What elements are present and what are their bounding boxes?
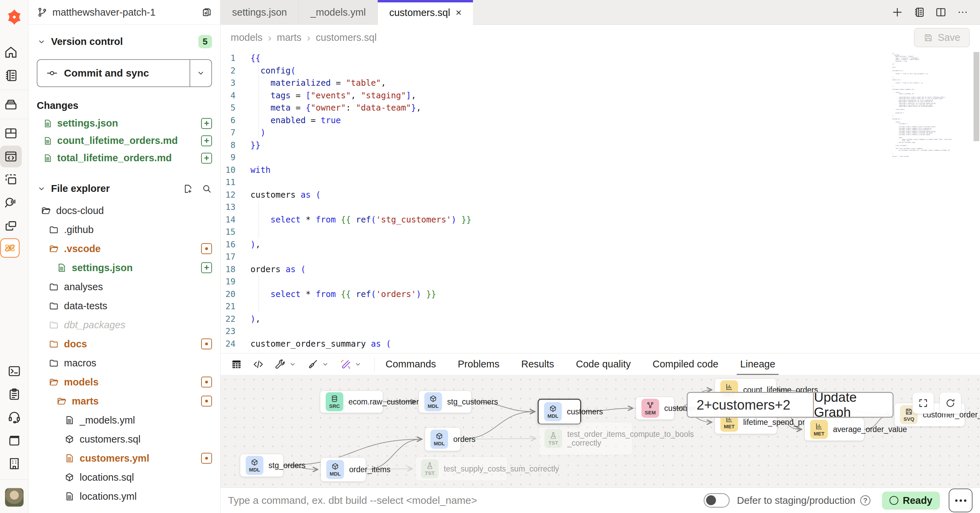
lineage-node-orders[interactable]: MDLorders <box>425 427 461 451</box>
tab-_models.yml[interactable]: _models.yml <box>299 0 378 25</box>
branch-name[interactable]: matthewshaver-patch-1 <box>52 7 196 18</box>
editor-minimap[interactable]: {{ config( materialized = "table", tags … <box>892 53 970 157</box>
compile-code-icon[interactable] <box>253 359 264 370</box>
docs-book-icon-button[interactable] <box>3 430 25 451</box>
update-graph-button[interactable]: Update Graph <box>813 393 892 417</box>
layout-grid-icon <box>4 126 18 140</box>
terminal-icon-button[interactable] <box>3 360 25 382</box>
save-button[interactable]: Save <box>914 28 970 47</box>
lineage-node-customers_mdl[interactable]: MDLcustomers <box>538 399 581 424</box>
tree-item-data-tests[interactable]: data-tests <box>29 296 220 315</box>
stage-file-icon[interactable]: + <box>201 135 212 146</box>
lineage-node-test_supply[interactable]: TSTtest_supply_costs_sum_correctly <box>415 457 508 481</box>
tree-item-locations-sql[interactable]: locations.sql <box>29 468 220 487</box>
copy-branch-icon[interactable] <box>201 7 212 18</box>
tree-item-customers-sql[interactable]: customers.sql <box>29 430 220 449</box>
tree-item-macros[interactable]: macros <box>29 353 220 373</box>
lineage-refresh-button[interactable] <box>940 392 961 414</box>
tree-item-analyses[interactable]: analyses <box>29 277 220 296</box>
commit-and-sync-button[interactable]: Commit and sync <box>37 59 212 87</box>
home-icon-button[interactable] <box>0 41 22 63</box>
dbt-fix-wand-icon[interactable] <box>340 359 362 370</box>
lineage-node-stg_orders[interactable]: MDLstg_orders <box>240 454 283 477</box>
tab-options-icon[interactable] <box>957 6 969 18</box>
panel-tab-results[interactable]: Results <box>520 354 556 374</box>
tree-item--vscode[interactable]: .vscode <box>29 239 220 258</box>
insights-icon-button[interactable] <box>0 192 22 214</box>
panel-tab-code-quality[interactable]: Code quality <box>574 354 632 374</box>
stage-file-icon[interactable]: + <box>201 118 212 129</box>
changed-file-row[interactable]: count_lifetime_orders.md+ <box>29 132 220 149</box>
help-icon[interactable]: ? <box>860 495 870 505</box>
panel-tab-compiled-code[interactable]: Compiled code <box>651 354 720 374</box>
tree-item-models[interactable]: models <box>29 373 220 392</box>
code-editor-icon-button[interactable] <box>0 146 22 167</box>
lineage-node-order_items[interactable]: MDLorder_items <box>321 457 366 482</box>
new-file-icon[interactable] <box>183 184 193 194</box>
new-tab-icon[interactable] <box>891 6 903 18</box>
format-broom-icon[interactable] <box>307 359 329 370</box>
results-table-icon[interactable] <box>231 359 242 370</box>
breadcrumb-item[interactable]: marts <box>277 32 302 43</box>
organization-icon-button[interactable] <box>3 453 25 475</box>
windows-icon-button[interactable] <box>0 215 22 237</box>
tree-item-dbt-packages[interactable]: dbt_packages <box>29 315 220 334</box>
dbt-copilot-icon[interactable] <box>0 238 20 258</box>
tab-customers.sql[interactable]: customers.sql× <box>378 0 473 25</box>
build-wrench-icon[interactable] <box>274 359 297 370</box>
stage-file-icon[interactable]: + <box>201 262 212 273</box>
tree-item-docs-cloud[interactable]: docs-cloud <box>29 201 220 220</box>
tree-item-locations-yml[interactable]: locations.yml <box>29 487 220 506</box>
breadcrumb-item[interactable]: customers.sql <box>316 32 377 43</box>
command-input[interactable]: Type a command, ex. dbt build --select <… <box>228 495 704 506</box>
lineage-fullscreen-button[interactable] <box>913 392 934 414</box>
split-editor-icon[interactable] <box>935 6 947 18</box>
file-search-icon[interactable] <box>202 184 212 194</box>
changed-file-row[interactable]: total_lifetime_orders.md+ <box>29 149 220 167</box>
panel-tab-lineage[interactable]: Lineage <box>739 354 776 374</box>
support-headset-icon-button[interactable] <box>3 407 25 428</box>
lineage-node-customers_sem[interactable]: SEMcustomers <box>636 397 675 420</box>
tree-item-docs[interactable]: docs <box>29 334 220 353</box>
tree-item-label: marts <box>72 395 196 407</box>
panel-tab-problems[interactable]: Problems <box>456 354 501 374</box>
chevron-down-icon[interactable] <box>288 360 297 368</box>
tree-item-settings-json[interactable]: settings.json+ <box>29 258 220 277</box>
lineage-node-avg_order_value[interactable]: METaverage_order_value <box>804 418 864 441</box>
file-icon <box>64 453 75 463</box>
layout-grid-icon-button[interactable] <box>0 122 22 144</box>
panel-tab-commands[interactable]: Commands <box>384 354 437 374</box>
lineage-node-stg_customers[interactable]: MDLstg_customers <box>418 391 472 413</box>
lineage-node-raw_customers[interactable]: SRCecom.raw_customers <box>320 391 383 413</box>
chevron-down-icon[interactable] <box>321 360 329 368</box>
stage-file-icon[interactable]: + <box>201 153 212 164</box>
lineage-selector-input[interactable]: 2+customers+2 <box>688 393 813 417</box>
tree-item-marts[interactable]: marts <box>29 392 220 411</box>
lineage-node-test_order_items[interactable]: TSTtest_order_items_compute_to_bools _co… <box>539 422 633 455</box>
selection-icon-button[interactable] <box>0 169 22 191</box>
file-explorer-header[interactable]: File explorer <box>29 173 220 196</box>
code-editor[interactable]: 1{{2 config(3 materialized = "table",4 t… <box>221 50 980 353</box>
tab-settings.json[interactable]: settings.json <box>221 0 299 25</box>
terminal-icon <box>7 364 21 378</box>
tree-item--github[interactable]: .github <box>29 220 220 239</box>
editor-scrollbar[interactable] <box>974 52 979 141</box>
lineage-canvas[interactable]: SRCecom.raw_customersMDLstg_customersMDL… <box>221 375 980 488</box>
defer-toggle[interactable] <box>704 493 730 508</box>
close-tab-icon[interactable]: × <box>456 7 462 18</box>
stack-icon-button[interactable] <box>0 94 22 115</box>
commit-options-caret[interactable] <box>189 60 211 86</box>
open-editors-icon[interactable] <box>913 6 925 18</box>
line-number: 12 <box>221 189 250 202</box>
dbt-logo <box>5 9 24 28</box>
breadcrumb-item[interactable]: models <box>231 32 263 43</box>
changed-file-row[interactable]: settings.json+ <box>29 114 220 132</box>
chevron-down-icon[interactable] <box>354 360 362 368</box>
tree-item-customers-yml[interactable]: customers.yml <box>29 449 220 468</box>
version-control-header[interactable]: Version control 5 <box>29 25 220 50</box>
clipboard-icon-button[interactable] <box>3 383 25 405</box>
notebook-icon-button[interactable] <box>0 65 22 86</box>
user-avatar[interactable] <box>5 488 24 507</box>
more-options-button[interactable] <box>949 489 972 512</box>
tree-item--models-yml[interactable]: _models.yml <box>29 411 220 430</box>
